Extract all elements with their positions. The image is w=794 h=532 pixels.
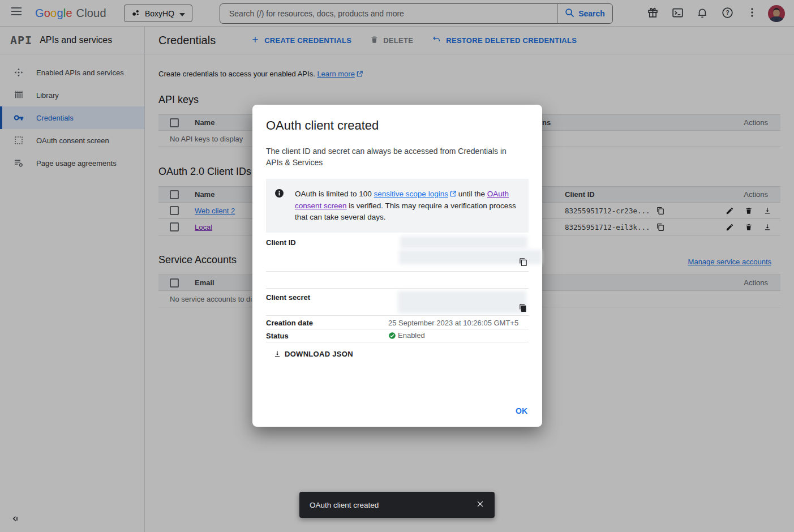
check-circle-icon bbox=[388, 332, 396, 340]
creation-date-label: Creation date bbox=[266, 319, 313, 327]
status-value: Enabled bbox=[388, 331, 425, 340]
sensitive-scope-logins-link[interactable]: sensitive scope logins bbox=[374, 190, 448, 198]
notice-text: OAuth is limited to 100 sensitive scope … bbox=[295, 188, 517, 223]
redacted-client-secret bbox=[398, 291, 526, 314]
status-row: Status Enabled bbox=[266, 329, 529, 342]
client-id-label: Client ID bbox=[266, 238, 296, 247]
creation-date-row: Creation date 25 September 2023 at 10:26… bbox=[266, 316, 529, 329]
client-id-row: Client ID bbox=[266, 235, 529, 272]
dialog-fields: Client ID Client secret Creation date 25… bbox=[266, 235, 529, 358]
info-icon bbox=[274, 188, 284, 223]
dialog-title: OAuth client created bbox=[266, 118, 529, 133]
client-secret-row: Client secret bbox=[266, 289, 529, 316]
redacted-client-id bbox=[400, 236, 527, 248]
status-label: Status bbox=[266, 332, 289, 340]
copy-client-id-button[interactable] bbox=[519, 258, 527, 268]
toast: OAuth client created bbox=[299, 492, 495, 518]
creation-date-value: 25 September 2023 at 10:26:05 GMT+5 bbox=[388, 319, 518, 327]
download-icon bbox=[273, 350, 281, 358]
ok-button[interactable]: OK bbox=[516, 406, 527, 415]
external-link-icon bbox=[450, 189, 456, 200]
toast-close-button[interactable] bbox=[476, 500, 484, 510]
copy-client-secret-button[interactable] bbox=[519, 303, 527, 314]
toast-message: OAuth client created bbox=[310, 501, 379, 509]
oauth-client-created-dialog: OAuth client created The client ID and s… bbox=[252, 105, 542, 427]
close-icon bbox=[476, 500, 484, 510]
spacer-row bbox=[266, 272, 529, 289]
screen: Google Cloud BoxyHQ Search bbox=[0, 0, 794, 532]
oauth-limit-notice: OAuth is limited to 100 sensitive scope … bbox=[266, 179, 529, 233]
dialog-subtitle: The client ID and secret can always be a… bbox=[266, 145, 518, 168]
download-json-button[interactable]: DOWNLOAD JSON bbox=[273, 350, 353, 358]
client-secret-label: Client secret bbox=[266, 293, 310, 302]
